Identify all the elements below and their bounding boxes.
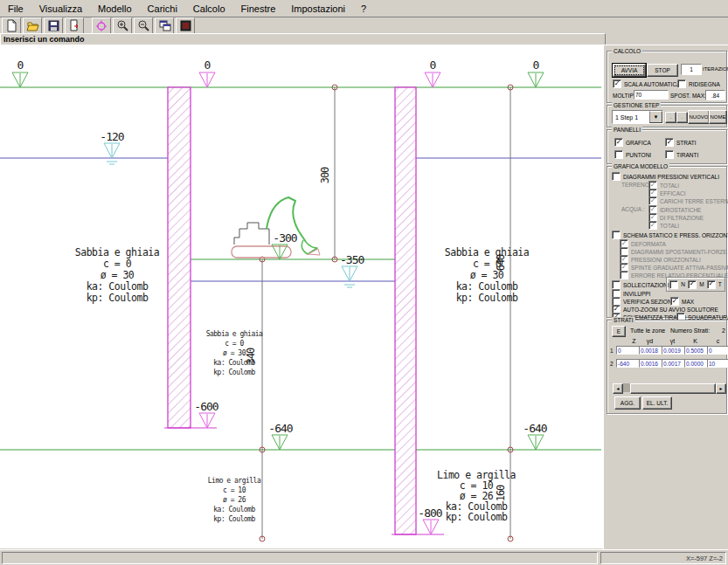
strati-hscrollbar[interactable]: ◄ ► <box>613 383 726 392</box>
cascade-windows-button[interactable] <box>155 17 174 34</box>
acqua-totali-label: TOTALI <box>660 223 679 229</box>
stop-button[interactable]: STOP <box>647 64 678 77</box>
export-page-icon <box>68 19 81 32</box>
n-checkbox[interactable]: N <box>669 280 685 289</box>
schema-statico-checkbox[interactable]: SCHEMA STATICO E PRESS. ORIZZONTAL <box>612 231 728 239</box>
anchor-node-button[interactable] <box>92 17 111 34</box>
zoom-out-button[interactable] <box>134 17 153 34</box>
diagrammi-pv-checkbox[interactable]: DIAGRAMMI PRESSIONI VERTICALI <box>612 172 719 181</box>
spost-max-field[interactable]: .84 <box>705 90 725 100</box>
strato-2-gamma-d-input[interactable] <box>639 359 662 368</box>
model-drawing-area[interactable]: 300 340 640 160 0 0 0 0 <box>0 45 603 548</box>
strato-1-c-input[interactable] <box>707 346 728 355</box>
checkbox-box <box>665 150 674 159</box>
sollecitazioni-checkbox[interactable]: SOLLECITAZIONI <box>612 280 669 289</box>
scroll-right-icon[interactable]: ► <box>716 383 726 394</box>
render-bitmap-icon <box>179 19 192 32</box>
svg-text:ø = 26: ø = 26 <box>223 496 246 504</box>
scroll-left-icon[interactable]: ◄ <box>613 383 623 394</box>
save-button[interactable] <box>44 17 63 34</box>
svg-text:Sabbia e ghiaia: Sabbia e ghiaia <box>445 246 529 258</box>
chevron-down-icon[interactable]: ▼ <box>649 111 662 123</box>
step-prev-button[interactable]: - <box>665 112 676 123</box>
iterazione-field[interactable]: 1 <box>681 64 702 75</box>
svg-text:ka: Coulomb: ka: Coulomb <box>213 506 255 513</box>
right-wall[interactable] <box>392 87 444 534</box>
agg-button[interactable]: AGG. <box>614 396 641 410</box>
menu-file[interactable]: File <box>0 2 31 16</box>
terreno-totali-label: TOTALI <box>660 183 679 189</box>
strati-label: STRATI <box>676 140 697 146</box>
stop-label: STOP <box>655 67 670 73</box>
strato-1-gamma-d-input[interactable] <box>639 346 662 355</box>
puntoni-checkbox[interactable]: PUNTONI <box>614 150 651 159</box>
strati-checkbox[interactable]: STRATI <box>665 138 697 147</box>
nmt-box: N M T <box>666 277 725 292</box>
strato-2-z-input[interactable] <box>616 359 640 368</box>
tiranti-checkbox[interactable]: TIRANTI <box>665 150 698 159</box>
agg-label: AGG. <box>621 400 634 406</box>
strato-2-k-input[interactable] <box>684 359 708 368</box>
t-checkbox[interactable]: T <box>707 280 722 289</box>
open-file-button[interactable] <box>23 17 42 34</box>
menu-calcolo[interactable]: Calcolo <box>185 2 233 16</box>
zoom-in-icon <box>116 19 129 32</box>
calcolo-group-title: CALCOLO <box>612 48 642 54</box>
marker-right-wall-top <box>425 72 440 87</box>
export-button[interactable] <box>65 17 84 34</box>
zoom-in-button[interactable] <box>113 17 132 34</box>
numero-strati-label: Numero Strati: <box>670 327 710 334</box>
strato-2-gamma-t-input[interactable] <box>662 359 685 368</box>
toolbar <box>0 17 728 34</box>
checkbox-box <box>677 79 686 88</box>
new-file-button[interactable] <box>2 17 21 34</box>
menu-finestre[interactable]: Finestre <box>233 2 284 16</box>
strati-e-button[interactable]: E <box>612 326 626 337</box>
menu-carichi[interactable]: Carichi <box>140 2 185 16</box>
ridisegna-checkbox[interactable]: RIDISEGNA <box>677 79 720 88</box>
left-wall[interactable] <box>164 87 217 428</box>
command-bar[interactable]: Inserisci un comando <box>0 33 606 45</box>
strato-1-gamma-t-input[interactable] <box>662 346 685 355</box>
scala-automatica-checkbox[interactable]: SCALA AUTOMATICA <box>613 79 680 88</box>
soil-label-left-upper: Sabbia e ghiaia c = 0 ø = 30 ka: Coulomb… <box>75 246 159 304</box>
svg-text:c = 0: c = 0 <box>103 258 132 270</box>
scrollbar-thumb[interactable] <box>630 383 716 394</box>
max-label: MAX <box>682 299 694 305</box>
menu-visualizza[interactable]: Visualizza <box>31 2 90 16</box>
pannelli-title: PANNELLI <box>612 127 642 133</box>
m-checkbox[interactable]: M <box>688 280 704 289</box>
strati-e-label: E <box>617 328 621 334</box>
step-next-button[interactable]: - <box>676 112 688 123</box>
t-label: T <box>718 281 722 287</box>
nome-button[interactable]: NOME <box>709 110 727 124</box>
render-bitmap-button[interactable] <box>176 17 195 34</box>
marker-right-wall-bottom <box>423 520 439 534</box>
menu-modello[interactable]: Modello <box>90 2 140 16</box>
moltip-input[interactable] <box>634 90 669 100</box>
strato-2-c-input[interactable] <box>707 359 728 368</box>
calcolo-group: CALCOLO AVVIA STOP 1 ITERAZIONE SCALA AU… <box>607 51 727 103</box>
checkbox-box <box>688 280 697 289</box>
avvia-button[interactable]: AVVIA <box>613 64 646 77</box>
puntoni-label: PUNTONI <box>626 152 651 158</box>
nuovo-button[interactable]: NUOVO <box>688 110 710 124</box>
grafica-checkbox[interactable]: GRAFICA <box>614 138 651 147</box>
acqua-totali-checkbox[interactable]: TOTALI <box>648 221 679 230</box>
strato-1-k-input[interactable] <box>684 346 708 355</box>
acqua-label: ACQUA : <box>621 206 644 212</box>
svg-text:kp: Coulomb: kp: Coulomb <box>456 292 518 304</box>
el-ult-button[interactable]: EL. ULT. <box>642 396 672 410</box>
strato-1-z-input[interactable] <box>616 346 640 355</box>
checkbox-box <box>620 271 628 279</box>
svg-text:ø = 30: ø = 30 <box>101 269 135 281</box>
menu-help[interactable]: ? <box>353 2 374 16</box>
svg-text:c = 0: c = 0 <box>473 258 502 270</box>
terreno-carichi-checkbox[interactable]: CARICHI TERRE ESTERNI <box>648 196 728 205</box>
status-message-cell <box>2 552 598 564</box>
menu-impostazioni[interactable]: Impostazioni <box>283 2 353 16</box>
step-select[interactable]: 1 Step 1 ▼ <box>612 110 663 124</box>
n-label: N <box>681 281 685 287</box>
application-window: File Visualizza Modello Carichi Calcolo … <box>0 0 728 565</box>
nuovo-label: NUOVO <box>689 114 708 120</box>
